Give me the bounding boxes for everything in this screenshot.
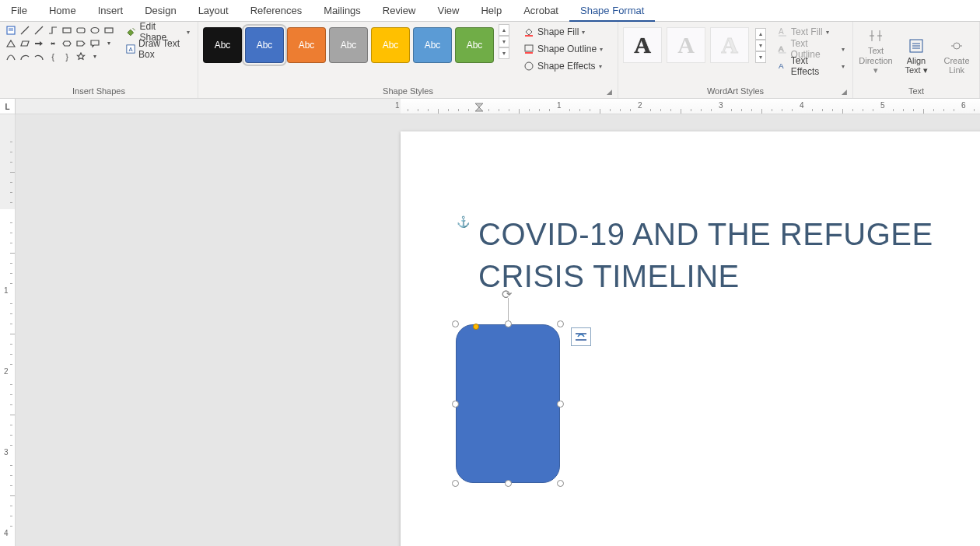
shape-star-icon[interactable] xyxy=(75,51,87,62)
create-link-label: CreateLink xyxy=(943,56,969,75)
shape-style-6[interactable]: Abc xyxy=(455,27,494,63)
resize-handle-t[interactable] xyxy=(505,320,512,327)
style-down-icon[interactable]: ▾ xyxy=(499,36,509,47)
shape-effects-label: Shape Effects xyxy=(537,61,596,72)
layout-options-button[interactable] xyxy=(571,327,591,346)
ribbon: ▾ { } ▾ Edit Shape ▾ A Draw Text Box xyxy=(0,22,980,99)
document-canvas[interactable]: ⚓ COVID-19 AND THE REFUGEE CRISIS TIMELI… xyxy=(16,114,980,546)
resize-handle-tr[interactable] xyxy=(557,320,564,327)
document-title[interactable]: COVID-19 AND THE REFUGEE CRISIS TIMELINE xyxy=(478,213,980,297)
rotation-handle-icon[interactable]: ⟳ xyxy=(502,287,512,302)
style-more-icon[interactable]: ▾ xyxy=(499,47,509,59)
shape-triangle-icon[interactable] xyxy=(5,37,17,49)
horizontal-ruler[interactable]: 1123456 xyxy=(16,99,980,114)
shape-brace-l-icon[interactable]: { xyxy=(47,51,59,62)
shape-parallelogram-icon[interactable] xyxy=(19,37,31,49)
shape-style-2[interactable]: Abc xyxy=(287,27,326,63)
shape-line-icon[interactable] xyxy=(19,24,31,36)
shape-rect-icon[interactable] xyxy=(61,24,73,36)
shape-connector-icon[interactable] xyxy=(47,24,59,36)
shape-hex-icon[interactable] xyxy=(61,37,73,49)
page: ⚓ COVID-19 AND THE REFUGEE CRISIS TIMELI… xyxy=(401,131,980,546)
tab-design[interactable]: Design xyxy=(134,0,187,22)
tab-acrobat[interactable]: Acrobat xyxy=(513,0,569,22)
text-effects-button[interactable]: A Text Effects ▾ xyxy=(774,58,848,74)
adjustment-handle[interactable] xyxy=(473,324,479,330)
shape-style-gallery[interactable]: AbcAbcAbcAbcAbcAbcAbc xyxy=(203,27,494,63)
tab-insert[interactable]: Insert xyxy=(87,0,135,22)
shape-style-5[interactable]: Abc xyxy=(413,27,452,63)
shape-fill-button[interactable]: Shape Fill ▾ xyxy=(520,24,606,40)
tab-mailings[interactable]: Mailings xyxy=(313,0,372,22)
shape-pent-icon[interactable] xyxy=(75,37,87,49)
shape-arrow-lr-icon[interactable] xyxy=(47,37,59,49)
wordart-gallery[interactable]: A A A ▴ ▾ ▾ xyxy=(623,27,766,63)
draw-text-box-label: Draw Text Box xyxy=(138,38,190,60)
resize-handle-bl[interactable] xyxy=(452,480,459,487)
resize-handle-tl[interactable] xyxy=(452,320,459,327)
wordart-style-1[interactable]: A xyxy=(623,27,662,63)
group-wordart: A A A ▴ ▾ ▾ A Text Fill ▾ A Text Outline xyxy=(618,22,853,98)
shape-style-1[interactable]: Abc xyxy=(245,27,284,63)
tab-selector[interactable]: L xyxy=(0,99,16,114)
edit-shape-button[interactable]: Edit Shape ▾ xyxy=(123,24,193,40)
tab-review[interactable]: Review xyxy=(372,0,427,22)
wa-down-icon[interactable]: ▾ xyxy=(755,40,766,51)
vertical-ruler[interactable]: 1234 xyxy=(0,114,16,546)
shape-effects-button[interactable]: Shape Effects ▾ xyxy=(520,58,606,74)
workspace: 1234 ⚓ COVID-19 AND THE REFUGEE CRISIS T… xyxy=(0,114,980,546)
wa-up-icon[interactable]: ▴ xyxy=(755,28,766,40)
shapes-gallery[interactable]: ▾ { } ▾ xyxy=(5,24,115,62)
svg-point-3 xyxy=(91,27,99,33)
shape-outline-label: Shape Outline xyxy=(537,44,597,54)
wordart-style-2[interactable]: A xyxy=(667,27,705,63)
shape-textbox-icon[interactable] xyxy=(5,24,17,36)
tab-view[interactable]: View xyxy=(426,0,470,22)
draw-text-box-button[interactable]: A Draw Text Box xyxy=(123,41,193,57)
chevron-down-icon: ▾ xyxy=(842,46,845,53)
shape-style-3[interactable]: Abc xyxy=(329,27,368,63)
shape-style-0[interactable]: Abc xyxy=(203,27,242,63)
shape-curve-icon[interactable] xyxy=(5,51,17,62)
svg-text:A: A xyxy=(779,27,784,36)
shape-outline-button[interactable]: Shape Outline ▾ xyxy=(520,41,606,57)
svg-rect-8 xyxy=(525,45,533,51)
shape-arrow-r-icon[interactable] xyxy=(33,37,45,49)
selected-shape[interactable]: ⟳ xyxy=(453,321,563,486)
dialog-launcher-icon[interactable]: ◢ xyxy=(840,88,848,96)
shape-callout-icon[interactable] xyxy=(89,37,101,49)
tab-home[interactable]: Home xyxy=(38,0,87,22)
resize-handle-l[interactable] xyxy=(452,401,459,408)
shape-style-4[interactable]: Abc xyxy=(371,27,410,63)
shape-fill-label: Shape Fill xyxy=(537,26,579,37)
group-text: TextDirection ▾ AlignText ▾ CreateLink T… xyxy=(853,22,980,98)
shape-line2-icon[interactable] xyxy=(33,24,45,36)
align-text-button[interactable]: AlignText ▾ xyxy=(898,26,934,75)
outline-icon xyxy=(523,44,534,54)
text-direction-icon xyxy=(867,27,884,44)
tab-shape-format[interactable]: Shape Format xyxy=(569,0,655,22)
shape-arc-icon[interactable] xyxy=(19,51,31,62)
shape-expand-icon[interactable]: ▾ xyxy=(89,51,101,62)
tab-help[interactable]: Help xyxy=(470,0,513,22)
shape-brace-r-icon[interactable]: } xyxy=(61,51,73,62)
tab-file[interactable]: File xyxy=(0,0,38,22)
rounded-rectangle-shape[interactable] xyxy=(456,324,560,483)
dialog-launcher-icon[interactable]: ◢ xyxy=(605,88,613,96)
shape-more-caret-icon[interactable]: ▾ xyxy=(103,37,115,49)
resize-handle-br[interactable] xyxy=(557,480,564,487)
shape-arc2-icon[interactable] xyxy=(33,51,45,62)
shape-ellipse-icon[interactable] xyxy=(89,24,101,36)
text-fill-icon: A xyxy=(777,26,788,37)
tab-layout[interactable]: Layout xyxy=(187,0,240,22)
wordart-style-3[interactable]: A xyxy=(710,27,749,63)
style-gallery-nav[interactable]: ▴ ▾ ▾ xyxy=(499,24,509,59)
wordart-gallery-nav[interactable]: ▴ ▾ ▾ xyxy=(755,28,766,63)
style-up-icon[interactable]: ▴ xyxy=(499,24,509,36)
shape-roundrect-icon[interactable] xyxy=(75,24,87,36)
wa-more-icon[interactable]: ▾ xyxy=(755,51,766,63)
resize-handle-b[interactable] xyxy=(505,480,512,487)
resize-handle-r[interactable] xyxy=(557,401,564,408)
shape-more1-icon[interactable] xyxy=(103,24,115,36)
tab-references[interactable]: References xyxy=(240,0,313,22)
